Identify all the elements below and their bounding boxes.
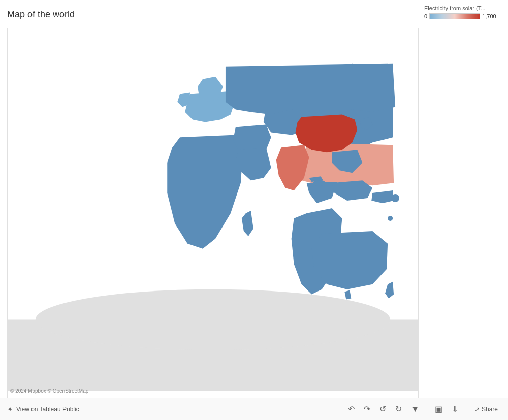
more-button[interactable]: ▼ — [408, 403, 422, 415]
share-label: Share — [482, 406, 498, 413]
legend-panel: Electricity from solar (T... 0 1,700 — [424, 5, 503, 19]
svg-point-2 — [36, 289, 390, 350]
tableau-logo-icon: ✦ — [7, 405, 13, 413]
page-title: Map of the world — [7, 9, 75, 20]
legend-bar: 0 1,700 — [424, 13, 503, 19]
toolbar-divider — [427, 404, 427, 414]
legend-min-value: 0 — [424, 13, 427, 19]
legend-gradient-bar — [429, 13, 480, 19]
download-button[interactable]: ⇓ — [449, 403, 461, 415]
world-map-svg — [8, 28, 418, 398]
redo-button[interactable]: ↷ — [361, 403, 373, 415]
legend-title: Electricity from solar (T... — [424, 5, 503, 11]
share-icon: ↗ — [474, 406, 480, 413]
fullscreen-button[interactable]: ▣ — [432, 403, 445, 415]
legend-max-value: 1,700 — [482, 13, 496, 19]
undo-button[interactable]: ↶ — [345, 403, 357, 415]
toolbar-right-section: ↶ ↷ ↺ ↻ ▼ ▣ ⇓ ↗ Share — [345, 403, 501, 415]
map-container[interactable] — [7, 28, 419, 399]
bottom-left-section: ✦ View on Tableau Public — [7, 405, 79, 413]
svg-point-3 — [391, 194, 399, 202]
svg-point-4 — [388, 216, 393, 221]
copyright-text: © 2024 Mapbox © OpenStreetMap — [10, 388, 88, 394]
share-button[interactable]: ↗ Share — [471, 404, 501, 414]
revert-button[interactable]: ↺ — [377, 403, 389, 415]
refresh-button[interactable]: ↻ — [393, 403, 404, 415]
bottom-toolbar: ✦ View on Tableau Public ↶ ↷ ↺ ↻ ▼ ▣ ⇓ ↗… — [0, 398, 508, 420]
view-on-tableau-link[interactable]: View on Tableau Public — [16, 406, 79, 413]
toolbar-divider-2 — [466, 404, 466, 414]
